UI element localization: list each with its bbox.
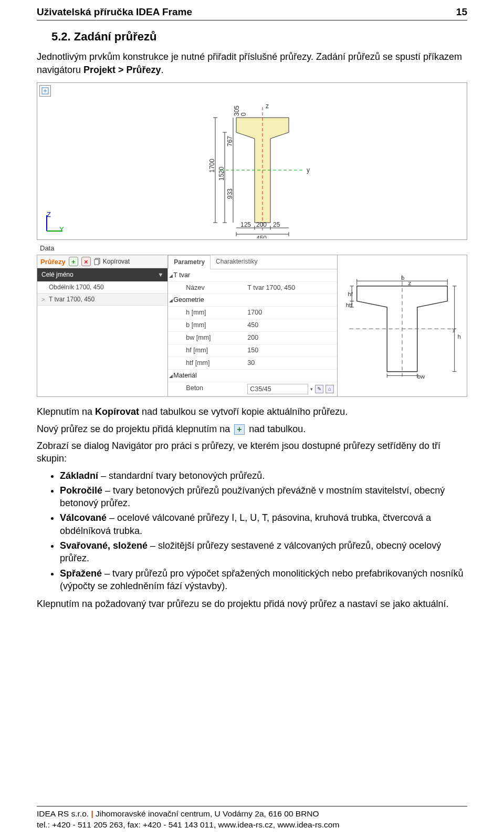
prop-row-b: b [mm]450 bbox=[168, 319, 337, 332]
body-p2-c: nad tabulkou se vytvoří kopie aktuálního… bbox=[139, 406, 348, 417]
edit-material-icon[interactable]: ✎ bbox=[315, 385, 323, 393]
fit-view-icon[interactable] bbox=[39, 85, 51, 97]
page: Uživatelská příručka IDEA Frame 15 5.2. … bbox=[0, 0, 504, 838]
prop-row-hf: hf [mm]150 bbox=[168, 344, 337, 357]
schem-bw: bw bbox=[417, 373, 425, 380]
filter-icon[interactable]: ▼ bbox=[158, 271, 163, 279]
panel-left: Průřezy + × Kopírovat Celé jméno ▼ Obdél… bbox=[37, 255, 168, 396]
prop-value[interactable]: 200 bbox=[244, 332, 337, 344]
footer-line-1: IDEA RS s.r.o. | Jihomoravské inovační c… bbox=[37, 809, 467, 820]
dim-b-total: 450 bbox=[256, 235, 267, 238]
material-select[interactable]: C35/45 ▾ ✎ ⌂ bbox=[247, 384, 334, 395]
body-p2: Klepnutím na Kopírovat nad tabulkou se v… bbox=[37, 405, 467, 418]
prop-value[interactable]: 450 bbox=[244, 319, 337, 331]
list-item-label: Obdélník 1700, 450 bbox=[49, 283, 104, 291]
axis-z-label: z bbox=[266, 102, 269, 110]
prop-value[interactable]: 30 bbox=[244, 357, 337, 369]
bullet-text: – ocelové válcované průřezy I, L, U, T, … bbox=[60, 512, 431, 536]
dim-t1: 305 bbox=[233, 106, 240, 116]
material-library-icon[interactable]: ⌂ bbox=[326, 385, 334, 393]
prop-row-bw: bw [mm]200 bbox=[168, 332, 337, 344]
axis-y-label: y bbox=[307, 166, 310, 174]
delete-section-button[interactable]: × bbox=[81, 257, 91, 266]
header-title: Uživatelská příručka IDEA Frame bbox=[37, 5, 192, 19]
dim-h-web: 1520 bbox=[218, 166, 225, 181]
intro-text-c: . bbox=[161, 65, 164, 75]
group-label: T tvar bbox=[173, 271, 190, 279]
body-p2-a: Klepnutím na bbox=[37, 406, 95, 417]
prop-value[interactable]: 150 bbox=[244, 344, 337, 357]
section-number: 5.2. bbox=[51, 30, 71, 43]
bullet-bold: Pokročilé bbox=[60, 485, 102, 496]
group-label: Geometrie bbox=[173, 296, 204, 303]
bullet-text: – tvary betonových průřezů používaných p… bbox=[60, 485, 445, 508]
schem-b: b bbox=[401, 275, 404, 281]
toolbar-title: Průřezy bbox=[40, 257, 66, 267]
add-section-button[interactable]: + bbox=[69, 257, 78, 266]
bullet-item: Pokročilé – tvary betonových průřezů pou… bbox=[60, 484, 467, 510]
bullet-bold: Základní bbox=[60, 470, 98, 481]
body-p5: Klepnutím na požadovaný tvar průřezu se … bbox=[37, 598, 467, 610]
copy-section-button[interactable]: Kopírovat bbox=[94, 257, 130, 266]
prop-label: bw [mm] bbox=[168, 332, 244, 344]
section-heading: 5.2. Zadání průřezů bbox=[51, 29, 467, 45]
dim-h-web-in: 933 bbox=[226, 188, 234, 199]
list-item-label: T tvar 1700, 450 bbox=[49, 295, 94, 303]
list-header-label: Celé jméno bbox=[41, 270, 74, 279]
list-item[interactable]: > T tvar 1700, 450 bbox=[37, 294, 167, 306]
dim-fl-l: 125 bbox=[240, 221, 251, 228]
list-item[interactable]: Obdélník 1700, 450 bbox=[37, 281, 167, 294]
prop-label: Beton bbox=[168, 382, 244, 396]
section-schematic: b z hf htf y h bw bbox=[338, 255, 467, 396]
prop-group-material[interactable]: ◢Materiál bbox=[168, 370, 337, 382]
intro-nav-path: Projekt > Průřezy bbox=[83, 65, 161, 75]
bullet-item: Válcované – ocelové válcované průřezy I,… bbox=[60, 511, 467, 537]
copy-icon bbox=[94, 258, 101, 265]
page-footer: IDEA RS s.r.o. | Jihomoravské inovační c… bbox=[37, 806, 467, 831]
collapse-icon: ◢ bbox=[169, 373, 173, 379]
tab-parameters[interactable]: Parametry bbox=[168, 255, 211, 269]
copy-label: Kopírovat bbox=[103, 257, 130, 266]
chevron-down-icon[interactable]: ▾ bbox=[310, 386, 313, 392]
dim-t2: 0 bbox=[240, 112, 247, 116]
prop-value[interactable]: 1700 bbox=[244, 307, 337, 319]
dim-h-top: 767 bbox=[226, 136, 234, 146]
bullet-bold: Válcované bbox=[60, 512, 107, 523]
group-label: Materiál bbox=[173, 372, 196, 379]
panel-properties: Parametry Charakteristiky ◢T tvar NázevT… bbox=[168, 255, 338, 396]
svg-rect-22 bbox=[94, 259, 99, 265]
bullet-text: – tvary průřezů pro výpočet spřažených m… bbox=[60, 568, 463, 591]
prop-row-h: h [mm]1700 bbox=[168, 307, 337, 319]
prop-label: hf [mm] bbox=[168, 344, 244, 357]
prop-value[interactable]: T tvar 1700, 450 bbox=[244, 282, 337, 294]
footer-company: IDEA RS s.r.o. bbox=[37, 809, 91, 818]
prop-group-geometry[interactable]: ◢Geometrie bbox=[168, 294, 337, 307]
bullet-item: Svařované, složené – složitější průřezy … bbox=[60, 539, 467, 565]
schem-y: y bbox=[453, 326, 456, 332]
bullet-text: – standardní tvary betonových průřezů. bbox=[98, 470, 265, 481]
collapse-icon: ◢ bbox=[169, 273, 173, 279]
bullet-bold: Svařované, složené bbox=[60, 540, 148, 551]
axis-3d-indicator: Z Y bbox=[41, 210, 67, 235]
tab-characteristics[interactable]: Charakteristiky bbox=[211, 255, 262, 268]
data-tab[interactable]: Data bbox=[37, 243, 57, 254]
bullet-item: Spřažené – tvary průřezů pro výpočet spř… bbox=[60, 567, 467, 593]
list-header: Celé jméno ▼ bbox=[37, 268, 167, 281]
body-p3: Nový průřez se do projektu přidá klepnut… bbox=[37, 423, 467, 435]
sections-toolbar: Průřezy + × Kopírovat bbox=[37, 255, 167, 268]
bullet-item: Základní – standardní tvary betonových p… bbox=[60, 469, 467, 482]
prop-row-concrete: Beton C35/45 ▾ ✎ ⌂ bbox=[168, 382, 337, 397]
body-p3-b: nad tabulkou. bbox=[246, 424, 306, 434]
t-section-drawing: z y 1700 1520 933 767 305 0 450 bbox=[200, 102, 304, 242]
cross-section-drawing-viewport[interactable]: z y 1700 1520 933 767 305 0 450 bbox=[37, 82, 467, 240]
body-p4: Zobrazí se dialog Navigátor pro práci s … bbox=[37, 439, 467, 465]
dim-h-total: 1700 bbox=[208, 159, 216, 173]
footer-line-2: tel.: +420 - 511 205 263, fax: +420 - 54… bbox=[37, 820, 467, 831]
prop-group-shape[interactable]: ◢T tvar bbox=[168, 269, 337, 282]
dim-fl-r: 25 bbox=[273, 221, 280, 228]
dim-fl-m: 200 bbox=[256, 221, 267, 228]
property-tabs: Parametry Charakteristiky bbox=[168, 255, 337, 269]
prop-row-htf: htf [mm]30 bbox=[168, 357, 337, 370]
body-p2-bold: Kopírovat bbox=[95, 406, 139, 417]
bullet-list: Základní – standardní tvary betonových p… bbox=[60, 469, 467, 593]
